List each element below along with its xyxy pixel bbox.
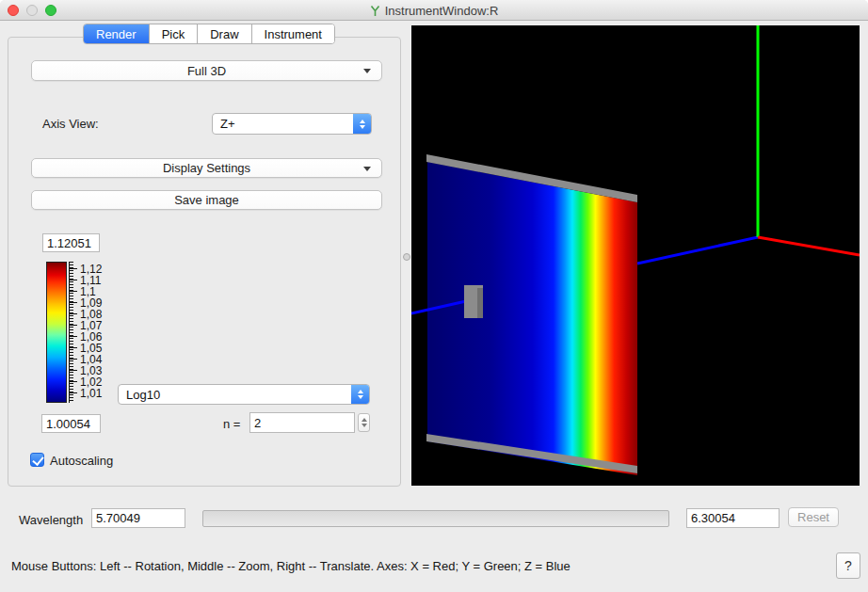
tab-bar: RenderPickDrawInstrument [83,24,335,44]
combobox-arrows-icon [353,114,371,134]
chevron-down-icon [363,167,371,171]
instrument-3d-scene [411,25,860,486]
instrument-3d-viewport[interactable] [411,25,860,486]
wavelength-max-input[interactable]: 6.30054 [686,508,780,528]
power-label: n = [223,417,240,431]
axis-view-value: Z+ [220,117,235,131]
projection-dropdown-button[interactable]: Full 3D [31,60,382,81]
app-icon [370,5,380,17]
status-bar-text: Mouse Buttons: Left -- Rotation, Middle … [11,559,571,573]
autoscaling-checkbox[interactable] [30,453,44,467]
tab[interactable]: Render [84,24,150,43]
window-title: InstrumentWindow:R [385,4,499,18]
axis-view-combobox[interactable]: Z+ [212,113,372,135]
detector-panel [427,162,637,475]
help-button[interactable]: ? [836,552,860,579]
tab[interactable]: Instrument [252,24,334,43]
window-title-area: InstrumentWindow:R [0,0,868,21]
stepper-up-icon [362,418,367,422]
tab[interactable]: Draw [198,24,251,43]
display-settings-label: Display Settings [163,161,250,175]
title-bar: InstrumentWindow:R [0,0,868,21]
power-stepper[interactable] [358,413,370,432]
instrument-window: InstrumentWindow:R RenderPickDrawInstrum… [0,0,868,592]
tab[interactable]: Pick [150,24,199,43]
scale-min-input[interactable]: 1.00054 [41,414,101,433]
sample-block-side [477,288,483,318]
colorbar-tick-label: 1,01 [80,388,102,399]
stepper-down-icon [362,424,367,427]
save-image-button[interactable]: Save image [31,190,382,210]
power-input[interactable]: 2 [249,412,355,433]
splitter-handle[interactable] [403,253,410,261]
scale-type-combobox[interactable]: Log10 [118,384,370,405]
axis-view-label: Axis View: [42,117,99,131]
chevron-down-icon [363,69,371,73]
wavelength-range-slider[interactable] [202,510,669,527]
wavelength-min-input[interactable]: 5.70049 [91,508,185,528]
display-settings-dropdown-button[interactable]: Display Settings [31,158,382,178]
wavelength-label: Wavelength [19,513,83,527]
autoscaling-label: Autoscaling [50,454,113,468]
reset-button[interactable]: Reset [788,507,839,527]
scale-max-input[interactable]: 1.12051 [42,233,100,252]
combobox-arrows-icon [351,385,369,404]
x-axis-line [758,237,860,255]
projection-dropdown-label: Full 3D [187,64,226,78]
scale-type-value: Log10 [126,388,160,402]
z-axis-line [637,237,758,264]
save-image-label: Save image [174,193,239,207]
